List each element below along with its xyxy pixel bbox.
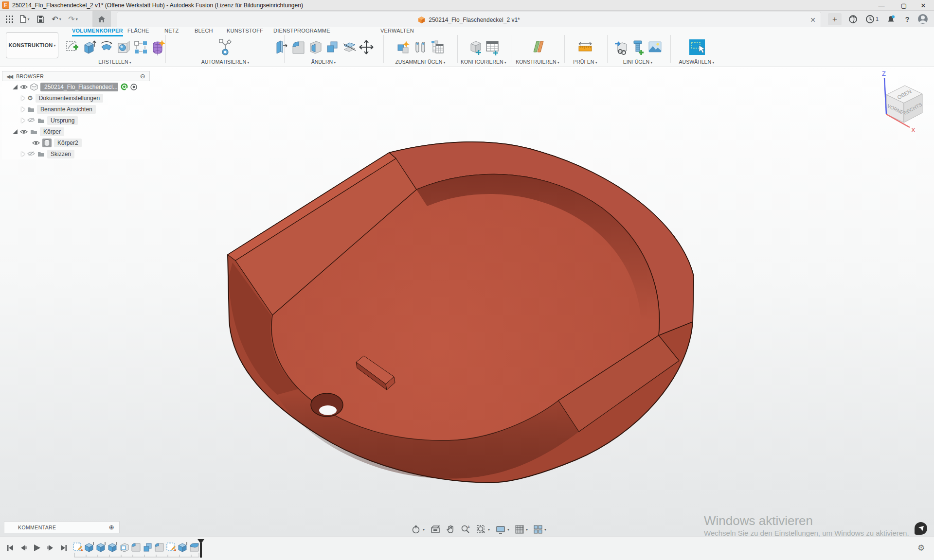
play-icon[interactable]	[33, 544, 41, 552]
timeline-feature-fillet[interactable]	[130, 542, 142, 553]
browser-root-row[interactable]: 250214_Flo_Flaschendecl...	[2, 81, 150, 92]
timeline-playhead[interactable]	[197, 539, 205, 559]
workspace-selector[interactable]: KONSTRUKTION▾	[6, 32, 58, 58]
visibility-eye-icon[interactable]	[32, 140, 40, 145]
orbit-icon[interactable]: ▾	[411, 525, 425, 534]
group-label-konstruieren[interactable]: KONSTRUIEREN	[516, 59, 559, 65]
press-pull-icon[interactable]	[273, 37, 289, 57]
create-sketch-icon[interactable]	[64, 37, 81, 57]
visibility-eye-icon[interactable]	[20, 85, 28, 89]
hole-icon[interactable]	[115, 37, 132, 57]
group-label-erstellen[interactable]: ERSTELLEN	[98, 59, 131, 65]
configure-cube-icon[interactable]	[467, 37, 484, 57]
expanded-arrow-icon[interactable]	[13, 129, 18, 134]
automate-icon[interactable]	[217, 37, 234, 57]
form-icon[interactable]	[149, 37, 166, 57]
tab-volumenkoerper[interactable]: VOLUMENKÖRPER	[72, 28, 123, 36]
save-icon[interactable]	[34, 11, 47, 27]
help-icon[interactable]: ?	[900, 11, 915, 27]
group-label-automatisieren[interactable]: AUTOMATISIEREN	[201, 59, 250, 65]
grid-settings-icon[interactable]: ▾	[515, 525, 528, 534]
app-grid-icon[interactable]	[3, 11, 16, 27]
timeline-feature-extrude[interactable]	[177, 542, 188, 553]
activate-component-radio-icon[interactable]	[130, 84, 137, 90]
file-menu-icon[interactable]: ▾	[18, 11, 32, 27]
configure-table-icon[interactable]	[484, 37, 501, 57]
combine-icon[interactable]	[324, 37, 341, 57]
collapsed-arrow-icon[interactable]	[21, 118, 25, 123]
notifications-bell-icon[interactable]	[883, 11, 898, 27]
collapse-panel-icon[interactable]: ◀◀	[6, 73, 12, 79]
group-label-einfuegen[interactable]: EINFÜGEN	[623, 59, 653, 65]
new-component-icon[interactable]	[395, 37, 412, 57]
timeline-feature-fillet[interactable]	[154, 542, 165, 553]
timeline-feature-extrude[interactable]	[84, 542, 95, 553]
feedback-bubble-icon[interactable]	[915, 522, 927, 535]
visibility-hidden-eye-icon[interactable]	[27, 151, 35, 157]
timeline-feature-sketch[interactable]	[72, 542, 83, 553]
fillet-icon[interactable]	[290, 37, 306, 57]
step-back-icon[interactable]	[20, 544, 27, 551]
browser-row-ursprung[interactable]: Ursprung	[2, 115, 150, 126]
maximize-button[interactable]: ▢	[893, 0, 915, 11]
extensions-globe-icon[interactable]	[845, 11, 860, 27]
bom-table-icon[interactable]	[429, 37, 446, 57]
job-status-clock-icon[interactable]: 1	[862, 11, 882, 27]
tab-blech[interactable]: BLECH	[195, 28, 213, 36]
extrude-icon[interactable]	[81, 37, 98, 57]
redo-icon[interactable]: ↷▾	[65, 11, 81, 27]
tab-flaeche[interactable]: FLÄCHE	[127, 28, 149, 36]
timeline-feature-extrude[interactable]	[107, 542, 118, 553]
measure-icon[interactable]	[577, 37, 593, 57]
collapsed-arrow-icon[interactable]	[21, 96, 25, 101]
document-tab-close-icon[interactable]: ✕	[810, 16, 816, 24]
look-at-icon[interactable]	[431, 525, 440, 533]
group-label-pruefen[interactable]: PRÜFEN	[573, 59, 597, 65]
browser-row-skizzen[interactable]: Skizzen	[2, 148, 150, 159]
pattern-icon[interactable]	[132, 37, 149, 57]
split-body-icon[interactable]	[341, 37, 358, 57]
insert-canvas-icon[interactable]	[647, 37, 663, 57]
revolve-icon[interactable]	[98, 37, 115, 57]
collapsed-arrow-icon[interactable]	[21, 152, 25, 157]
visibility-eye-icon[interactable]	[20, 129, 28, 134]
timeline-feature-shell[interactable]	[119, 542, 130, 553]
undo-icon[interactable]: ↶▾	[49, 11, 64, 27]
go-to-start-icon[interactable]	[7, 544, 14, 551]
display-settings-icon[interactable]: ▾	[496, 525, 509, 534]
tab-kunststoff[interactable]: KUNSTSTOFF	[227, 28, 263, 36]
tab-verwalten[interactable]: VERWALTEN	[380, 28, 414, 36]
browser-row-dokumenteinstellungen[interactable]: ⚙ Dokumenteinstellungen	[2, 92, 150, 104]
tab-netz[interactable]: NETZ	[164, 28, 179, 36]
browser-row-koerper2[interactable]: Körper2	[2, 137, 150, 148]
group-label-auswaehlen[interactable]: AUSWÄHLEN	[679, 59, 715, 65]
group-label-konfigurieren[interactable]: KONFIGURIEREN	[461, 59, 506, 65]
select-icon[interactable]	[688, 37, 705, 57]
joint-icon[interactable]	[412, 37, 429, 57]
zoom-icon[interactable]: ±	[461, 525, 470, 534]
add-comment-icon[interactable]: ⊕	[109, 524, 114, 531]
close-button[interactable]: ✕	[913, 0, 934, 11]
insert-derive-icon[interactable]	[612, 37, 629, 57]
group-label-zusammenfuegen[interactable]: ZUSAMMENFÜGEN	[395, 59, 445, 65]
new-tab-button[interactable]: +	[828, 13, 842, 25]
comments-panel[interactable]: KOMMENTARE ⊕	[4, 521, 120, 533]
fit-icon[interactable]: ▾	[476, 525, 490, 534]
tab-dienstprogramme[interactable]: DIENSTPROGRAMME	[273, 28, 330, 36]
visibility-hidden-eye-icon[interactable]	[27, 118, 35, 123]
timeline-feature-sketch[interactable]	[165, 542, 177, 553]
go-to-end-icon[interactable]	[60, 544, 67, 551]
shell-icon[interactable]	[307, 37, 323, 57]
insert-fastener-icon[interactable]	[629, 37, 646, 57]
browser-minimize-icon[interactable]: ⊖	[140, 72, 145, 80]
home-view-icon[interactable]	[92, 11, 111, 27]
minimize-button[interactable]: —	[871, 0, 892, 11]
document-tab[interactable]: 250214_Flo_Flaschendeckel_2 v1* ✕	[117, 12, 821, 27]
pan-icon[interactable]	[446, 525, 455, 534]
root-document-label[interactable]: 250214_Flo_Flaschendecl...	[40, 83, 118, 91]
timeline-feature-extrude[interactable]	[95, 542, 107, 553]
user-avatar[interactable]	[916, 11, 930, 27]
timeline-feature-combine[interactable]	[142, 542, 153, 553]
browser-header[interactable]: ◀◀ BROWSER ⊖	[2, 71, 150, 81]
collapsed-arrow-icon[interactable]	[21, 107, 25, 112]
